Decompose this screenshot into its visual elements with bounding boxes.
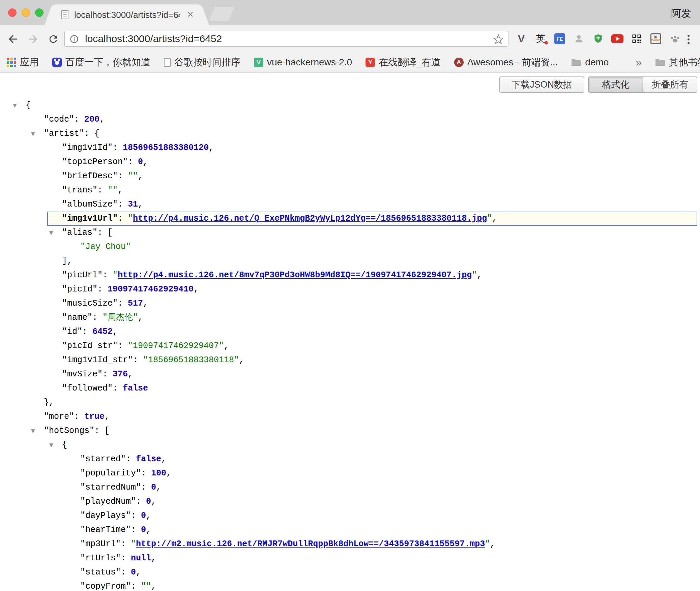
json-line: "starred": false,	[0, 452, 700, 466]
youtube-extension-icon[interactable]	[610, 31, 625, 47]
paw-extension-icon[interactable]	[668, 31, 682, 47]
window-controls	[8, 8, 43, 17]
json-punct: ,	[151, 553, 156, 563]
json-key: "mp3Url"	[80, 539, 121, 549]
json-punct: },	[44, 398, 54, 407]
json-key: "picId"	[62, 284, 97, 294]
bookmarks-overflow-chevron[interactable]: »	[636, 56, 642, 69]
minimize-window-button[interactable]	[22, 8, 30, 17]
browser-menu-icon[interactable]	[682, 33, 695, 46]
json-punct: :	[131, 582, 141, 591]
json-punct: ,	[224, 341, 229, 351]
youdao-icon: Y	[366, 58, 375, 67]
json-url-link[interactable]: http://p4.music.126.net/8mv7qP30Pd3oHW8b…	[118, 270, 472, 280]
json-line: "playedNum": 0,	[0, 495, 700, 509]
json-url-link[interactable]: http://p4.music.126.net/Q_ExePNkmgB2yWyL…	[133, 214, 487, 223]
bookmark-awesomes[interactable]: A Awesomes - 前端资...	[454, 56, 558, 69]
tab-title: localhost:3000/artists?id=645	[74, 4, 180, 25]
new-tab-button[interactable]	[209, 7, 234, 21]
player-extension-icon[interactable]: PLAYER	[648, 31, 663, 47]
json-key: "trans"	[62, 185, 97, 195]
json-punct: :	[118, 199, 128, 209]
url-bar[interactable]: localhost:3000/artists?id=6452	[64, 31, 508, 47]
collapse-toggle-icon[interactable]: ▼	[31, 127, 35, 141]
other-bookmarks-folder[interactable]: 其他书签	[655, 56, 700, 69]
json-punct: :	[97, 185, 108, 195]
url-domain: localhost:3000	[85, 33, 150, 44]
bookmark-star-icon[interactable]	[493, 34, 504, 46]
reload-button[interactable]	[47, 32, 60, 46]
collapse-toggle-icon[interactable]: ▼	[49, 438, 53, 452]
json-line: ▼{	[0, 98, 700, 113]
json-url-link[interactable]: http://m2.music.126.net/RMJR7wDullRqppBk…	[136, 539, 485, 549]
json-punct: ,	[128, 369, 133, 379]
json-key: "picId_str"	[62, 341, 118, 351]
json-value: false	[123, 383, 148, 393]
json-punct: :	[113, 143, 123, 153]
fullscreen-window-button[interactable]	[35, 8, 43, 17]
bookmark-youdao[interactable]: Y 在线翻译_有道	[366, 56, 441, 69]
bookmark-apps[interactable]: 应用	[7, 56, 39, 69]
json-punct: ,	[105, 412, 110, 422]
json-value: 100	[151, 468, 166, 478]
qrcode-extension-icon[interactable]	[629, 31, 644, 47]
json-line: "picId": 19097417462929410,	[0, 282, 700, 297]
json-punct: {	[26, 100, 31, 110]
json-punct: ,	[209, 143, 214, 153]
json-punct: :	[118, 299, 128, 308]
json-punct: {	[94, 129, 99, 138]
bookmark-baidu[interactable]: 百度一下，你就知道	[52, 56, 150, 69]
json-key: "playedNum"	[80, 497, 136, 506]
back-button[interactable]	[6, 32, 20, 46]
json-string: "19097417462929407"	[128, 341, 224, 351]
folder-icon	[655, 58, 665, 66]
download-json-button[interactable]: 下载JSON数据	[499, 76, 584, 93]
json-punct: :	[92, 313, 103, 322]
collapse-toggle-icon[interactable]: ▼	[31, 424, 35, 438]
translate-extension-icon[interactable]: 英	[533, 31, 548, 47]
bookmark-label: 在线翻译_有道	[379, 56, 441, 69]
format-button[interactable]: 格式化	[588, 76, 643, 93]
json-value: 6452	[92, 327, 113, 337]
json-line: ▼"alias": [	[0, 226, 700, 240]
page-info-icon[interactable]	[69, 34, 79, 45]
json-key: "popularity"	[80, 468, 141, 478]
collapse-toggle-icon[interactable]: ▼	[49, 226, 53, 240]
collapse-all-button[interactable]: 折叠所有	[643, 76, 697, 93]
bookmark-vue-hackernews[interactable]: V vue-hackernews-2.0	[254, 57, 352, 68]
json-viewer: ▼{"code": 200,▼"artist": {"img1v1Id": 18…	[0, 98, 700, 591]
vimium-extension-icon[interactable]: V	[514, 31, 529, 47]
json-punct: :	[97, 284, 108, 294]
json-key: "name"	[62, 313, 92, 322]
json-punct: :	[113, 383, 123, 393]
profile-name[interactable]: 阿发	[671, 7, 691, 21]
folder-icon	[571, 58, 581, 66]
bookmark-google-sort[interactable]: 谷歌按时间排序	[164, 56, 240, 69]
json-value: false	[136, 454, 161, 464]
forward-button[interactable]	[26, 32, 40, 46]
json-punct: :	[103, 369, 113, 379]
close-window-button[interactable]	[8, 8, 17, 17]
bookmark-demo-folder[interactable]: demo	[571, 57, 609, 68]
json-key: "img1v1Url"	[62, 214, 118, 223]
json-key: "id"	[62, 327, 82, 337]
json-line: "code": 200,	[0, 113, 700, 127]
json-line: "mvSize": 376,	[0, 367, 700, 381]
tab-close-icon[interactable]: ×	[187, 4, 194, 25]
json-punct: :	[131, 525, 141, 535]
url-text: localhost:3000/artists?id=6452	[85, 31, 222, 46]
collapse-toggle-icon[interactable]: ▼	[13, 98, 17, 113]
fe-extension-icon[interactable]: FE	[552, 31, 567, 47]
browser-tab[interactable]: localhost:3000/artists?id=645 ×	[54, 4, 200, 25]
json-string: "	[128, 214, 133, 223]
shield-extension-icon[interactable]	[591, 31, 606, 47]
json-punct: :	[136, 497, 146, 506]
json-string: ""	[128, 171, 138, 181]
json-string: "	[113, 270, 118, 280]
json-line: "musicSize": 517,	[0, 297, 700, 311]
json-value: 376	[113, 369, 128, 379]
json-punct: ,	[194, 284, 199, 294]
json-key: "starred"	[80, 454, 126, 464]
bookmark-label: vue-hackernews-2.0	[267, 57, 352, 68]
user-extension-icon[interactable]	[572, 31, 586, 47]
